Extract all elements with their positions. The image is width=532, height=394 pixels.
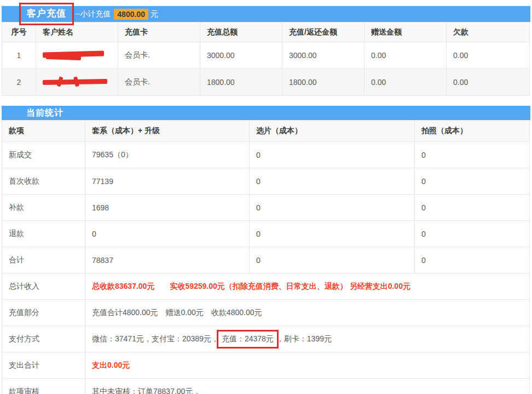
cell-card: 会员卡. — [118, 69, 200, 96]
cell-recharge-return: 1800.00 — [282, 69, 365, 96]
cell-debt: 0.00 — [447, 42, 530, 69]
cell-customer-name — [36, 69, 118, 96]
table-row: 合计 78837 0 0 — [2, 247, 530, 273]
stats-section-title: 当前统计 — [26, 107, 63, 119]
table-row: 新成交 79635（0） 0 0 — [2, 142, 530, 168]
table-row: 支出合计 支出0.00元 — [2, 352, 530, 379]
stat-value: 0 — [415, 142, 530, 168]
stat-label: 首次收款 — [2, 168, 85, 195]
cell-index: 2 — [2, 69, 36, 96]
report-page: 客户充值 --小计充值 4800.00 元 序号 客户姓名 充值卡 充值总额 充… — [0, 0, 532, 394]
cell-total: 1800.00 — [200, 69, 282, 96]
stat-value: 0 — [85, 221, 250, 247]
stat-label: 款项审核 — [2, 379, 85, 394]
stat-value: 79635（0） — [85, 142, 250, 168]
table-row: 2 会员卡. 1800.00 1800.00 0.00 0.00 — [2, 69, 530, 96]
table-row: 补款 1698 0 0 — [2, 195, 530, 221]
recharge-section-title: 客户充值 — [27, 8, 66, 19]
stat-label: 新成交 — [2, 142, 85, 168]
table-row: 款项审核 其中未审核：订单78837.00元， — [2, 379, 530, 394]
cell-gift: 0.00 — [365, 42, 447, 69]
stat-label: 退款 — [2, 221, 85, 247]
stat-value: 78837 — [85, 247, 250, 273]
col-header-photo-selection-cost: 选片（成本） — [250, 121, 415, 142]
col-header-debt: 欠款 — [447, 22, 530, 42]
recharge-unit: 元 — [151, 9, 158, 19]
stat-value: 1698 — [85, 195, 250, 221]
col-header-recharge-return: 充值/返还金额 — [282, 22, 365, 42]
table-row: 1 会员卡. 3000.00 3000.00 0.00 0.00 — [2, 42, 530, 69]
stat-value: 0 — [415, 247, 530, 273]
audit-text: 其中未审核：订单78837.00元， — [85, 379, 530, 394]
table-row: 支付方式 微信：37471元，支付宝：20389元，充值：24378元，刷卡：1… — [2, 326, 530, 352]
cell-total: 3000.00 — [200, 42, 282, 69]
stat-label: 充值部分 — [2, 300, 85, 326]
redacted-name — [43, 77, 109, 88]
payment-prefix: 微信：37471元，支付宝：20389元， — [92, 334, 219, 343]
recharge-part-text: 充值合计4800.00元 赠送0.00元 收款4800.00元 — [85, 300, 530, 326]
table-row: 充值部分 充值合计4800.00元 赠送0.00元 收款4800.00元 — [2, 300, 530, 326]
cell-index: 1 — [2, 42, 36, 69]
payment-methods-text: 微信：37471元，支付宝：20389元，充值：24378元，刷卡：1399元 — [85, 326, 530, 352]
payment-highlight: 充值：24378元 — [222, 334, 274, 343]
recharge-amount-annotation-box: 充值：24378元 — [217, 330, 279, 349]
col-header-gift-amount: 赠送金额 — [365, 22, 447, 42]
table-row: 首次收款 77139 0 0 — [2, 168, 530, 195]
redaction-stroke — [46, 55, 81, 60]
col-header-package-cost-upgrade: 套系（成本）+ 升级 — [85, 121, 250, 142]
stat-value: 0 — [250, 221, 415, 247]
recharge-subtotal-badge: 4800.00 — [114, 9, 148, 20]
cell-debt: 0.00 — [447, 69, 530, 96]
stat-label: 支付方式 — [2, 326, 85, 352]
stats-section-header: 当前统计 — [2, 106, 530, 120]
stat-label: 补款 — [2, 195, 85, 221]
col-header-recharge-total: 充值总额 — [200, 22, 282, 42]
payment-suffix: ，刷卡：1399元 — [276, 334, 332, 343]
stat-label: 支出合计 — [2, 352, 85, 379]
recharge-title-annotation-box: 客户充值 — [19, 3, 74, 25]
recharge-subtitle: --小计充值 — [75, 9, 111, 19]
stat-value: 0 — [250, 168, 415, 195]
cell-customer-name — [36, 42, 118, 69]
table-row: 总计收入 总收款83637.00元 实收59259.00元（扣除充值消费、日常支… — [2, 273, 530, 300]
cell-card: 会员卡. — [118, 42, 200, 69]
stat-label: 总计收入 — [2, 273, 85, 300]
stat-value: 0 — [250, 195, 415, 221]
stat-value: 0 — [250, 247, 415, 273]
table-row: 退款 0 0 0 — [2, 221, 530, 247]
stat-value: 77139 — [85, 168, 250, 195]
col-header-shooting-cost: 拍照（成本） — [415, 121, 530, 142]
recharge-table: 序号 客户姓名 充值卡 充值总额 充值/返还金额 赠送金额 欠款 1 会员卡. — [2, 22, 530, 96]
expense-total-text: 支出0.00元 — [85, 352, 530, 379]
redacted-name — [43, 50, 106, 61]
recharge-table-header-row: 序号 客户姓名 充值卡 充值总额 充值/返还金额 赠送金额 欠款 — [2, 22, 530, 42]
cell-recharge-return: 3000.00 — [282, 42, 365, 69]
recharge-section-header: 客户充值 --小计充值 4800.00 元 — [2, 6, 530, 22]
col-header-item: 款项 — [2, 121, 85, 142]
stat-value: 0 — [415, 221, 530, 247]
stats-table-header-row: 款项 套系（成本）+ 升级 选片（成本） 拍照（成本） — [2, 121, 530, 142]
stat-value: 0 — [415, 195, 530, 221]
col-header-recharge-card: 充值卡 — [118, 22, 200, 42]
total-income-text: 总收款83637.00元 实收59259.00元（扣除充值消费、日常支出、退款）… — [85, 273, 530, 300]
stat-value: 0 — [415, 168, 530, 195]
stat-label: 合计 — [2, 247, 85, 273]
stat-value: 0 — [250, 142, 415, 168]
stats-table: 款项 套系（成本）+ 升级 选片（成本） 拍照（成本） 新成交 79635（0）… — [2, 120, 530, 394]
cell-gift: 0.00 — [365, 69, 447, 96]
